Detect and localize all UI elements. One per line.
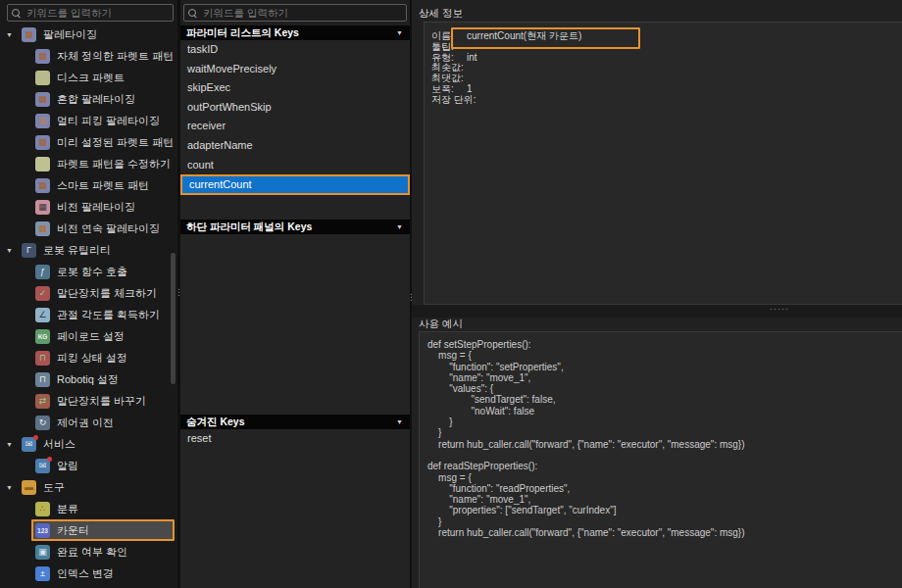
param-key-taskID[interactable]: taskID <box>180 40 410 60</box>
hidden-keys-body: reset <box>180 429 410 588</box>
sidebar-item-label: 알림 <box>57 459 78 473</box>
parameter-list-keys-body: taskIDwaitMovePreciselyskipExecoutPortWh… <box>180 40 410 220</box>
notification-icon: ✉ <box>35 459 50 473</box>
sidebar-item-custom-pallet-pattern[interactable]: ▦자체 정의한 파렛트 패턴 <box>0 45 177 67</box>
sidebar-search-input[interactable] <box>26 7 169 19</box>
sidebar-search-box[interactable] <box>7 4 174 22</box>
sidebar-item-smart-pallet-pattern[interactable]: ▦스마트 파렛트 패턴 <box>0 174 177 196</box>
sidebar-item-label: 로봇 함수 호출 <box>57 265 127 279</box>
sidebar-item-label: 말단장치를 체크하기 <box>57 286 157 301</box>
sidebar-item-disk-pallet[interactable]: 디스크 파렛트 <box>0 67 177 88</box>
usage-section-title: 사용 예시 <box>419 318 463 331</box>
sidebar-item-check-completion[interactable]: ▣완료 여부 확인 <box>0 541 177 563</box>
change-index-icon: ± <box>35 566 50 581</box>
transfer-control-icon: ↻ <box>35 416 50 430</box>
sidebar-item-robotiq-settings[interactable]: ⊓Robotiq 설정 <box>0 368 177 390</box>
sidebar-item-robot-utility[interactable]: ▼Γ로봇 유틸리티 <box>0 239 177 261</box>
sidebar-item-transfer-control[interactable]: ↻제어권 이전 <box>0 412 177 433</box>
app-window: ▼▦팔레타이징▦자체 정의한 파렛트 패턴디스크 파렛트▦혼합 팔레타이징▥멀티… <box>0 0 902 588</box>
sidebar-item-vision-palletizing[interactable]: ▦비전 팔레타이징 <box>0 196 177 218</box>
robot-utility-icon: Γ <box>22 243 36 258</box>
sidebar-item-get-joint-angles[interactable]: ∠관절 각도를 획득하기 <box>0 304 177 325</box>
param-key-adapterName[interactable]: adapterName <box>180 136 410 156</box>
usage-example-code: def setStepProperties(): msg = { "functi… <box>427 339 902 538</box>
sidebar-item-set-picking-state[interactable]: ⊓피킹 상태 설정 <box>0 347 177 368</box>
sidebar-item-label: 미리 설정된 파렛트 패턴 <box>57 135 174 150</box>
sidebar-item-label: 관절 각도를 획득하기 <box>57 308 160 322</box>
smart-pallet-pattern-icon: ▦ <box>35 178 50 193</box>
detail-field-row: 이름:currentCount(현재 카운트) <box>431 31 902 42</box>
check-end-effector-icon: ✓ <box>35 286 50 301</box>
param-key-receiver[interactable]: receiver <box>180 117 410 136</box>
robot-function-call-icon: ƒ <box>35 265 50 279</box>
param-key-outPortWhenSkip[interactable]: outPortWhenSkip <box>180 98 410 118</box>
palletizing-icon: ▦ <box>22 27 36 42</box>
detail-field-label: 저장 단위: <box>431 95 476 106</box>
sidebar-item-multi-picking-palletizing[interactable]: ▥멀티 피킹 팔레타이징 <box>0 110 177 131</box>
edit-pallet-pattern-icon <box>35 157 50 172</box>
sidebar-item-label: 완료 여부 확인 <box>57 545 127 560</box>
notification-badge-icon <box>47 457 52 462</box>
param-key-skipExec[interactable]: skipExec <box>180 78 410 98</box>
param-key-waitMovePrecisely[interactable]: waitMovePrecisely <box>180 60 410 79</box>
sidebar-item-notification[interactable]: ✉알림 <box>0 455 177 476</box>
section-title: 파라미터 리스트의 Keys <box>186 26 299 38</box>
sidebar-item-preset-pallet-pattern[interactable]: ▦미리 설정된 파렛트 패턴 <box>0 131 177 153</box>
sidebar-item-check-end-effector[interactable]: ✓말단장치를 체크하기 <box>0 282 177 304</box>
sidebar-item-service[interactable]: ▼✉서비스 <box>0 433 177 455</box>
param-key-reset[interactable]: reset <box>180 429 410 449</box>
sidebar-item-change-index[interactable]: ±인덱스 변경 <box>0 563 177 584</box>
sidebar-item-edit-pallet-pattern[interactable]: 파렛트 패턴을 수정하기 <box>0 153 177 174</box>
sidebar-item-robot-function-call[interactable]: ƒ로봇 함수 호출 <box>0 261 177 282</box>
sidebar-item-tools[interactable]: ▼▬도구 <box>0 476 177 498</box>
sidebar-scrollbar-thumb[interactable] <box>171 253 175 384</box>
sidebar-item-classification[interactable]: ∴분류 <box>0 498 177 519</box>
keys-search-box[interactable] <box>183 4 407 22</box>
sidebar-item-change-end-effector[interactable]: ⇄말단장치를 바꾸기 <box>0 390 177 412</box>
detail-fields-box: 이름:currentCount(현재 카운트)툴팁:유형:int최솟값:최댓값:… <box>424 22 902 305</box>
section-header-bottom-panel-keys[interactable]: 하단 파라미터 패널의 Keys ▼ <box>180 220 410 234</box>
expander-icon[interactable]: ▼ <box>6 31 22 38</box>
sidebar-item-label: 페이로드 설정 <box>57 329 125 344</box>
expander-icon[interactable]: ▼ <box>6 247 22 254</box>
section-header-hidden-keys[interactable]: 숨겨진 Keys ▼ <box>180 415 410 429</box>
keys-search-input[interactable] <box>203 7 402 19</box>
details-section-title: 상세 정보 <box>419 7 463 21</box>
section-title: 숨겨진 Keys <box>186 416 245 427</box>
multi-picking-palletizing-icon: ▥ <box>35 114 50 128</box>
sidebar-item-vision-continuous-palletizing[interactable]: ▦비전 연속 팔레타이징 <box>0 218 177 239</box>
keys-search-area <box>180 0 410 25</box>
vision-continuous-palletizing-icon: ▦ <box>35 221 50 236</box>
preset-pallet-pattern-icon: ▦ <box>35 135 50 150</box>
splitter-handle-icon[interactable]: ····· <box>770 304 789 314</box>
sidebar-item-label: Robotiq 설정 <box>57 372 119 387</box>
collapse-caret-icon[interactable]: ▼ <box>396 415 403 429</box>
search-icon <box>188 9 197 18</box>
param-key-currentCount[interactable]: currentCount <box>180 174 410 195</box>
sidebar-item-label: 팔레타이징 <box>43 27 97 42</box>
sidebar-item-label: 파렛트 패턴을 수정하기 <box>57 157 171 172</box>
detail-field-row: 툴팁: <box>431 42 902 53</box>
sidebar-item-label: 자체 정의한 파렛트 패턴 <box>57 49 174 64</box>
param-key-count[interactable]: count <box>180 156 410 175</box>
expander-icon[interactable]: ▼ <box>6 441 22 448</box>
detail-field-value: int <box>467 53 477 64</box>
detail-field-row: 보폭:1 <box>431 84 902 95</box>
search-icon <box>12 9 21 18</box>
detail-field-row: 유형:int <box>431 53 902 64</box>
sidebar-item-label: 도구 <box>43 480 65 495</box>
sidebar-item-label: 디스크 파렛트 <box>57 71 125 85</box>
sidebar-item-palletizing[interactable]: ▼▦팔레타이징 <box>0 24 177 45</box>
sidebar-item-label: 비전 연속 팔레타이징 <box>57 221 160 236</box>
sidebar-item-counter[interactable]: 123카운터 <box>0 519 177 541</box>
collapse-caret-icon[interactable]: ▼ <box>396 220 403 234</box>
sidebar-item-mixed-palletizing[interactable]: ▦혼합 팔레타이징 <box>0 88 177 110</box>
sidebar-item-label: 혼합 팔레타이징 <box>57 92 135 107</box>
section-header-parameter-list-keys[interactable]: 파라미터 리스트의 Keys ▼ <box>180 25 410 40</box>
collapse-caret-icon[interactable]: ▼ <box>396 25 403 40</box>
sidebar-item-set-payload[interactable]: KG페이로드 설정 <box>0 325 177 347</box>
splitter-detail-usage[interactable]: ····· <box>412 305 902 318</box>
sidebar-item-label: 제어권 이전 <box>57 416 114 430</box>
expander-icon[interactable]: ▼ <box>6 484 22 491</box>
detail-field-label: 툴팁: <box>431 42 467 53</box>
